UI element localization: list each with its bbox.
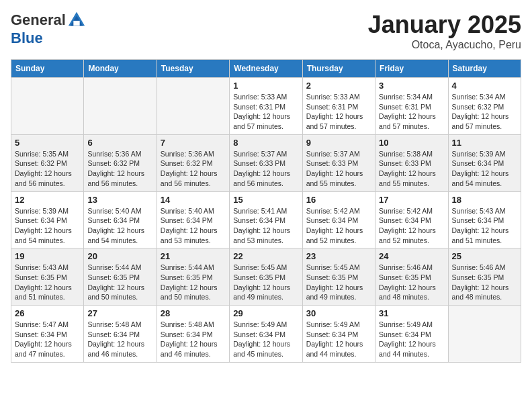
day-info: Sunrise: 5:43 AM Sunset: 6:34 PM Dayligh… [452,206,517,246]
table-row: 7Sunrise: 5:36 AM Sunset: 6:32 PM Daylig… [157,134,229,191]
day-number: 15 [233,195,298,205]
day-number: 12 [15,195,80,205]
day-info: Sunrise: 5:42 AM Sunset: 6:34 PM Dayligh… [306,206,371,246]
day-number: 5 [15,138,80,148]
day-info: Sunrise: 5:39 AM Sunset: 6:34 PM Dayligh… [15,206,80,246]
day-info: Sunrise: 5:35 AM Sunset: 6:32 PM Dayligh… [15,149,80,189]
day-info: Sunrise: 5:36 AM Sunset: 6:32 PM Dayligh… [87,149,152,189]
logo: General Blue [11,11,86,47]
day-number: 22 [233,251,298,261]
day-info: Sunrise: 5:42 AM Sunset: 6:34 PM Dayligh… [379,206,444,246]
table-row: 14Sunrise: 5:40 AM Sunset: 6:34 PM Dayli… [157,191,229,248]
day-info: Sunrise: 5:33 AM Sunset: 6:31 PM Dayligh… [233,92,298,132]
month-title: January 2025 [368,11,521,39]
header-monday: Monday [84,60,157,78]
day-info: Sunrise: 5:45 AM Sunset: 6:35 PM Dayligh… [233,263,298,302]
table-row: 20Sunrise: 5:44 AM Sunset: 6:35 PM Dayli… [84,248,157,306]
day-info: Sunrise: 5:49 AM Sunset: 6:34 PM Dayligh… [306,320,371,359]
day-info: Sunrise: 5:34 AM Sunset: 6:31 PM Dayligh… [379,92,444,132]
day-number: 24 [379,251,444,261]
day-info: Sunrise: 5:34 AM Sunset: 6:32 PM Dayligh… [452,92,517,132]
day-info: Sunrise: 5:44 AM Sunset: 6:35 PM Dayligh… [87,263,152,302]
day-info: Sunrise: 5:40 AM Sunset: 6:34 PM Dayligh… [161,206,226,246]
day-info: Sunrise: 5:36 AM Sunset: 6:32 PM Dayligh… [161,149,226,189]
table-row: 18Sunrise: 5:43 AM Sunset: 6:34 PM Dayli… [448,191,521,248]
calendar-week-row: 12Sunrise: 5:39 AM Sunset: 6:34 PM Dayli… [11,191,521,248]
table-row: 3Sunrise: 5:34 AM Sunset: 6:31 PM Daylig… [375,78,448,135]
logo-general-text: General [11,11,66,29]
table-row: 26Sunrise: 5:47 AM Sunset: 6:34 PM Dayli… [11,306,84,363]
table-row: 19Sunrise: 5:43 AM Sunset: 6:35 PM Dayli… [11,248,84,306]
day-number: 18 [452,195,517,205]
calendar-body: 1Sunrise: 5:33 AM Sunset: 6:31 PM Daylig… [11,78,521,363]
day-info: Sunrise: 5:48 AM Sunset: 6:34 PM Dayligh… [161,320,226,359]
table-row: 30Sunrise: 5:49 AM Sunset: 6:34 PM Dayli… [302,306,375,363]
day-number: 1 [233,81,298,91]
day-info: Sunrise: 5:37 AM Sunset: 6:33 PM Dayligh… [306,149,371,189]
logo-blue-text: Blue [11,30,43,47]
table-row: 8Sunrise: 5:37 AM Sunset: 6:33 PM Daylig… [230,134,302,191]
calendar-header-row: Sunday Monday Tuesday Wednesday Thursday… [11,60,521,78]
day-number: 11 [452,138,517,148]
day-number: 17 [379,195,444,205]
header-thursday: Thursday [302,60,375,78]
header-tuesday: Tuesday [157,60,229,78]
day-info: Sunrise: 5:48 AM Sunset: 6:34 PM Dayligh… [87,320,152,359]
table-row: 13Sunrise: 5:40 AM Sunset: 6:34 PM Dayli… [84,191,157,248]
table-row: 23Sunrise: 5:45 AM Sunset: 6:35 PM Dayli… [302,248,375,306]
calendar-table: Sunday Monday Tuesday Wednesday Thursday… [11,59,521,363]
day-info: Sunrise: 5:49 AM Sunset: 6:34 PM Dayligh… [233,320,298,359]
table-row: 16Sunrise: 5:42 AM Sunset: 6:34 PM Dayli… [302,191,375,248]
day-number: 7 [161,138,226,148]
table-row: 28Sunrise: 5:48 AM Sunset: 6:34 PM Dayli… [157,306,229,363]
table-row: 4Sunrise: 5:34 AM Sunset: 6:32 PM Daylig… [448,78,521,135]
day-info: Sunrise: 5:33 AM Sunset: 6:31 PM Dayligh… [306,92,371,132]
day-number: 14 [161,195,226,205]
calendar-week-row: 19Sunrise: 5:43 AM Sunset: 6:35 PM Dayli… [11,248,521,306]
day-number: 8 [233,138,298,148]
location-subtitle: Otoca, Ayacucho, Peru [368,39,521,51]
table-row: 11Sunrise: 5:39 AM Sunset: 6:34 PM Dayli… [448,134,521,191]
header-saturday: Saturday [448,60,521,78]
header-wednesday: Wednesday [230,60,302,78]
page-header: General Blue January 2025 Otoca, Ayacuch… [11,11,521,51]
day-number: 31 [379,308,444,318]
day-info: Sunrise: 5:46 AM Sunset: 6:35 PM Dayligh… [452,263,517,302]
day-info: Sunrise: 5:39 AM Sunset: 6:34 PM Dayligh… [452,149,517,189]
day-number: 25 [452,251,517,261]
logo-icon [67,11,86,30]
day-number: 26 [15,308,80,318]
table-row [157,78,229,135]
day-info: Sunrise: 5:44 AM Sunset: 6:35 PM Dayligh… [161,263,226,302]
day-number: 10 [379,138,444,148]
day-info: Sunrise: 5:38 AM Sunset: 6:33 PM Dayligh… [379,149,444,189]
header-friday: Friday [375,60,448,78]
day-number: 30 [306,308,371,318]
table-row: 29Sunrise: 5:49 AM Sunset: 6:34 PM Dayli… [230,306,302,363]
day-info: Sunrise: 5:49 AM Sunset: 6:34 PM Dayligh… [379,320,444,359]
day-number: 4 [452,81,517,91]
table-row: 15Sunrise: 5:41 AM Sunset: 6:34 PM Dayli… [230,191,302,248]
day-number: 3 [379,81,444,91]
calendar-week-row: 1Sunrise: 5:33 AM Sunset: 6:31 PM Daylig… [11,78,521,135]
day-number: 21 [161,251,226,261]
table-row: 9Sunrise: 5:37 AM Sunset: 6:33 PM Daylig… [302,134,375,191]
day-info: Sunrise: 5:46 AM Sunset: 6:35 PM Dayligh… [379,263,444,302]
day-info: Sunrise: 5:41 AM Sunset: 6:34 PM Dayligh… [233,206,298,246]
day-number: 6 [87,138,152,148]
title-area: January 2025 Otoca, Ayacucho, Peru [368,11,521,51]
table-row: 25Sunrise: 5:46 AM Sunset: 6:35 PM Dayli… [448,248,521,306]
day-number: 29 [233,308,298,318]
day-number: 13 [87,195,152,205]
day-info: Sunrise: 5:40 AM Sunset: 6:34 PM Dayligh… [87,206,152,246]
table-row [84,78,157,135]
table-row: 31Sunrise: 5:49 AM Sunset: 6:34 PM Dayli… [375,306,448,363]
day-number: 2 [306,81,371,91]
calendar-week-row: 26Sunrise: 5:47 AM Sunset: 6:34 PM Dayli… [11,306,521,363]
table-row [11,78,84,135]
day-number: 28 [161,308,226,318]
table-row [448,306,521,363]
table-row: 1Sunrise: 5:33 AM Sunset: 6:31 PM Daylig… [230,78,302,135]
day-number: 19 [15,251,80,261]
day-number: 9 [306,138,371,148]
